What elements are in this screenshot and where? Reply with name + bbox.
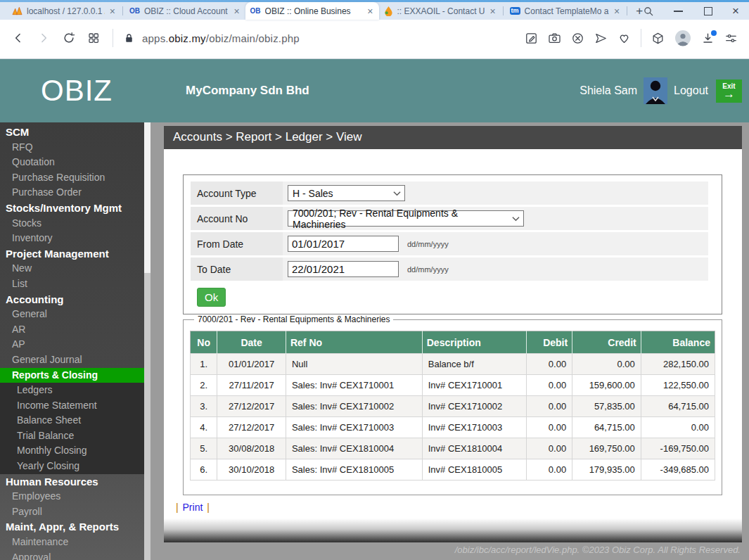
url-prefix: apps. [142,32,169,44]
account-no-select[interactable]: 7000/201; Rev - Rental Equipments & Mach… [288,210,524,227]
obiz-favicon: OB [129,7,140,15]
close-icon[interactable]: × [109,6,116,16]
snapshot-camera-icon[interactable] [548,32,561,45]
to-date-input[interactable] [288,261,399,277]
close-icon[interactable]: × [366,6,373,16]
sidebar-item-reports-closing[interactable]: Reports & Closing [0,368,144,383]
profile-avatar-icon[interactable] [674,30,691,46]
sidebar-item-rfq[interactable]: RFQ [0,140,144,155]
print-link[interactable]: Print [183,502,203,513]
sidebar-section-scm[interactable]: SCM [0,125,144,140]
settings-tune-icon[interactable] [724,32,738,45]
sidebar-item-trial-balance[interactable]: Trial Balance [0,428,144,444]
sidebar-section-human-resources[interactable]: Human Resources [0,474,144,490]
extensions-cube-icon[interactable] [651,32,665,45]
sidebar-item-stocks[interactable]: Stocks [0,216,144,231]
cell-refno: Sales: Inv# CEX1710001 [286,375,422,396]
table-row: 4. 27/12/2017 Sales: Inv# CEX1710003 Inv… [191,417,715,438]
close-icon[interactable]: × [613,6,620,16]
tab-exxaoil[interactable]: :: EXXAOIL - Contact U × [379,2,501,20]
sidebar-item-new[interactable]: New [0,261,144,276]
sidebar-item-general[interactable]: General [0,307,144,322]
table-row: 3. 27/12/2017 Sales: Inv# CEX1710002 Inv… [191,396,715,417]
cell-description: Inv# CEX1710001 [422,375,526,396]
sidebar-section-maint-appr-reports[interactable]: Maint, Appr, & Reports [0,519,144,535]
address-bar[interactable]: apps.obiz.my/obiz/main/obiz.php [142,32,300,44]
sidebar-item-monthly-closing[interactable]: Monthly Closing [0,443,144,459]
edit-page-icon[interactable] [525,32,538,45]
chevron-down-icon [512,216,520,222]
tab-obiz-online-active[interactable]: OB OBIZ :: Online Busines × [245,2,379,20]
back-button[interactable] [11,31,25,45]
cell-balance: -169,750.00 [641,438,715,459]
sidebar-item-approval[interactable]: Approval [0,550,144,560]
sidebar-item-list[interactable]: List [0,276,144,292]
sidebar-scrollbar-thumb[interactable] [144,122,151,273]
adblock-shield-icon[interactable] [571,32,584,45]
search-icon[interactable] [643,6,654,17]
form-row: From Date dd/mm/yyyy [191,232,708,255]
ok-button[interactable]: Ok [197,288,226,307]
account-type-select[interactable]: H - Sales [288,185,405,201]
sidebar-item-ar[interactable]: AR [0,322,144,338]
exit-icon[interactable]: Exit → [716,79,742,103]
sidebar-item-employees[interactable]: Employees [0,489,144,504]
tab-localhost[interactable]: localhost / 127.0.0.1 / × [7,2,121,20]
form-row: Account No 7000/201; Rev - Rental Equipm… [191,207,708,230]
tab-templatemo[interactable]: tm Contact TemplateMo a × [505,2,626,20]
account-no-label: Account No [191,207,283,230]
tab-groups-icon[interactable] [87,32,100,44]
pipe-decoration: | [207,502,210,513]
col-balance: Balance [641,331,715,354]
logout-link[interactable]: Logout [674,84,708,97]
sidebar-item-purchase-requisition[interactable]: Purchase Requisition [0,170,144,186]
sidebar-item-ap[interactable]: AP [0,337,144,352]
sidebar-item-inventory[interactable]: Inventory [0,231,144,246]
page-panel: Account Type H - Sales Account No [164,149,742,542]
col-credit: Credit [572,331,641,354]
sidebar-item-payroll[interactable]: Payroll [0,504,144,520]
sidebar-item-purchase-order[interactable]: Purchase Order [0,185,144,201]
cell-no: 1. [191,354,217,375]
new-tab-button[interactable]: + [636,5,643,17]
close-window-button[interactable]: × [732,5,739,17]
tab-separator [122,6,123,15]
exit-arrow-icon: → [723,89,735,99]
cell-date: 27/12/2017 [217,396,286,417]
reload-button[interactable] [62,31,76,45]
tab-bar: localhost / 127.0.0.1 / × OB OBIZ :: Clo… [0,2,749,20]
from-date-input[interactable] [288,236,399,252]
cell-description: Inv# CEX1710002 [422,396,526,417]
send-flow-icon[interactable] [594,32,608,45]
sidebar-item-maintenance[interactable]: Maintenance [0,535,144,550]
sidebar-item-income-statement[interactable]: Income Statement [0,398,144,414]
col-description: Description [422,331,526,354]
close-icon[interactable]: × [233,6,240,16]
sidebar-item-quotation[interactable]: Quotation [0,155,144,170]
sidebar-section-stocks-inventory[interactable]: Stocks/Inventory Mgmt [0,201,144,216]
close-icon[interactable]: × [489,6,496,16]
sidebar-section-accounting[interactable]: Accounting [0,292,144,307]
account-no-value: 7000/201; Rev - Rental Equipments & Mach… [293,208,512,230]
sidebar-item-general-journal[interactable]: General Journal [0,352,144,368]
tab-obiz-cloud[interactable]: OB OBIZ :: Cloud Account × [124,2,245,20]
company-name: MyCompany Sdn Bhd [186,84,309,98]
sidebar-scrollbar[interactable] [144,122,151,560]
templatemo-favicon: tm [510,7,520,15]
breadcrumb: Accounts > Report > Ledger > View [164,126,742,149]
maximize-button[interactable] [704,7,712,15]
minimize-button[interactable] [674,11,683,12]
cell-debit: 0.00 [526,459,572,481]
sidebar-item-yearly-closing[interactable]: Yearly Closing [0,459,144,474]
forward-button[interactable] [37,31,51,45]
ledger-legend: 7000/201 - Rev - Rental Equipments & Mac… [194,314,393,324]
sidebar-item-balance-sheet[interactable]: Balance Sheet [0,413,144,428]
pipe-decoration: | [176,502,179,513]
sidebar-item-ledgers[interactable]: Ledgers [0,383,144,398]
cell-debit: 0.00 [526,417,572,438]
bookmark-heart-icon[interactable] [617,32,631,45]
sidebar-section-project-management[interactable]: Project Management [0,246,144,262]
downloads-icon[interactable] [701,32,715,45]
user-avatar[interactable] [644,77,667,104]
lock-icon[interactable] [123,32,135,44]
